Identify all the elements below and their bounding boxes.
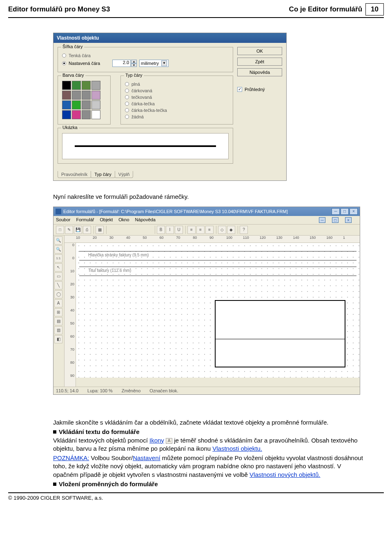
- doc-max-icon[interactable]: □: [332, 217, 339, 223]
- canvas[interactable]: Hlavička stránky faktury (9.5 mm) Titul …: [76, 243, 360, 378]
- tool-align-right-icon[interactable]: ≡: [205, 226, 214, 234]
- radio-dashdot[interactable]: čárka-tečka: [125, 100, 229, 107]
- spin-down-icon[interactable]: ▼: [131, 63, 137, 67]
- swatch-black[interactable]: [62, 81, 71, 90]
- tool-ext1-icon[interactable]: ◇: [218, 226, 226, 234]
- tool-new-icon[interactable]: □: [56, 226, 64, 234]
- header-right: Co je Editor formulářů: [289, 5, 362, 13]
- swatch-darkgreen[interactable]: [72, 81, 81, 90]
- status-zoom: Lupa: 100 %: [87, 388, 113, 393]
- ruler-vertical: 0010 203040 506070 8090: [65, 243, 76, 387]
- pointer-icon[interactable]: ↖: [54, 263, 62, 271]
- radio-set-line[interactable]: Nastavená čára 2.0 ▲ ▼ milimetry ▼: [62, 59, 229, 68]
- swatch-white[interactable]: [91, 110, 100, 119]
- radio-dashdotdot[interactable]: čárka-tečka-tečka: [125, 107, 229, 113]
- var-tool-icon[interactable]: ⊞: [54, 308, 62, 316]
- link-ikony[interactable]: Ikony: [149, 437, 164, 444]
- tool-align-left-icon[interactable]: ≡: [187, 226, 196, 234]
- drawn-rect-small[interactable]: [215, 339, 345, 367]
- tool-ext2-icon[interactable]: ◆: [227, 226, 235, 234]
- help-button[interactable]: Nápověda: [237, 68, 282, 76]
- tool-underline-icon[interactable]: U: [175, 226, 183, 234]
- page-header: Editor formulářů pro Money S3 Co je Edit…: [8, 0, 384, 18]
- link-nastaveni[interactable]: Nastavení: [133, 454, 160, 461]
- ellipse-tool-icon[interactable]: ◯: [54, 290, 62, 298]
- radio-solid[interactable]: plná: [125, 81, 229, 87]
- menu-window[interactable]: Okno: [118, 217, 129, 223]
- spin-up-icon[interactable]: ▲: [131, 60, 137, 63]
- doc-close-icon[interactable]: ×: [345, 217, 352, 223]
- tool-bold-icon[interactable]: B: [157, 226, 165, 234]
- swatch-blue1[interactable]: [62, 100, 71, 109]
- transparent-checkbox[interactable]: ✓ Průhledný: [237, 87, 282, 92]
- maximize-icon[interactable]: □: [341, 208, 349, 215]
- text-tool-icon[interactable]: A: [54, 299, 62, 307]
- group-line-type: Typ čáry: [124, 73, 144, 78]
- tool-open-icon[interactable]: ✎: [65, 226, 73, 234]
- p2: Vkládání textových objektů pomocí Ikony …: [53, 436, 368, 453]
- swatch-blue2[interactable]: [62, 110, 71, 119]
- line-width-input[interactable]: 2.0: [112, 60, 131, 67]
- radio-thin-line[interactable]: Tenká čára: [62, 52, 229, 59]
- misc-tool-icon[interactable]: ◧: [54, 335, 62, 343]
- swatch-grey5[interactable]: [82, 110, 91, 119]
- toolbar: □ ✎ 💾 ⎙ ▦ B I U ≡ ≡ ≡ ◇: [53, 225, 360, 236]
- tool-italic-icon[interactable]: I: [166, 226, 174, 234]
- unit-combo[interactable]: milimetry ▼: [139, 60, 169, 67]
- swatch-olive[interactable]: [82, 81, 91, 90]
- link-vlastnosti-objektu[interactable]: Vlastnosti objektu.: [212, 445, 262, 452]
- color-palette[interactable]: [62, 81, 106, 119]
- tool-print-icon[interactable]: ⎙: [83, 226, 91, 234]
- status-block: Označen blok.: [149, 388, 178, 393]
- radio-dotted[interactable]: tečkovaná: [125, 94, 229, 100]
- menu-file[interactable]: Soubor: [56, 217, 70, 223]
- image-tool-icon[interactable]: ▤: [54, 317, 62, 325]
- tab-line-type[interactable]: Typ čáry: [91, 171, 115, 178]
- menu-object[interactable]: Objekt: [100, 217, 113, 223]
- menu-form[interactable]: Formulář: [76, 217, 94, 223]
- editor-screenshot: Editor formulářů - [Formulář: C:\Program…: [53, 207, 360, 395]
- body-text: Jakmile skončíte s vkládáním čar a obdél…: [53, 418, 368, 488]
- line-tool-icon[interactable]: ╲: [54, 281, 62, 289]
- bullet-icon: [53, 483, 56, 486]
- barcode-tool-icon[interactable]: ▥: [54, 326, 62, 334]
- tab-rectangle[interactable]: Pravoúhelník: [58, 171, 91, 178]
- checkbox-icon: ✓: [237, 87, 242, 92]
- swatch-grey3[interactable]: [82, 91, 91, 100]
- tab-fill[interactable]: Výplň: [115, 171, 134, 178]
- preview-box: [62, 133, 229, 159]
- minimize-icon[interactable]: ─: [332, 208, 340, 215]
- dialog-titlebar: Vlastnosti objektu: [53, 33, 286, 43]
- swatch-magenta[interactable]: [72, 110, 81, 119]
- app-icon: [56, 209, 61, 214]
- ok-button[interactable]: OK: [237, 47, 282, 55]
- radio-none[interactable]: žádná: [125, 113, 229, 120]
- back-button[interactable]: Zpět: [237, 58, 282, 66]
- close-icon[interactable]: ×: [350, 208, 358, 215]
- swatch-grey2[interactable]: [72, 91, 81, 100]
- menu-help[interactable]: Nápověda: [135, 217, 156, 223]
- tool-save-icon[interactable]: 💾: [74, 226, 82, 234]
- doc-min-icon[interactable]: ─: [319, 217, 325, 223]
- swatch-brown[interactable]: [62, 91, 71, 100]
- canvas-title-label: Titul faktury (112.6 mm): [88, 268, 131, 273]
- swatch-grey4[interactable]: [82, 100, 91, 109]
- zoom-11-icon[interactable]: 1:1: [54, 254, 62, 263]
- tool-obj-icon[interactable]: ▦: [96, 226, 104, 234]
- swatch-ltgrey[interactable]: [91, 100, 100, 109]
- heading-insert-text: Vkládání textu do formuláře: [59, 428, 140, 436]
- swatch-lavender[interactable]: [91, 91, 100, 100]
- swatch-grey1[interactable]: [91, 81, 100, 90]
- link-poznamka[interactable]: POZNÁMKA:: [53, 454, 89, 461]
- tool-help-icon[interactable]: ?: [240, 226, 248, 234]
- zoom-out-icon[interactable]: 🔍: [54, 245, 62, 254]
- rect-tool-icon[interactable]: ▭: [54, 272, 62, 280]
- tool-align-center-icon[interactable]: ≡: [196, 226, 205, 234]
- text-a-icon: A: [166, 438, 172, 444]
- statusbar: 110.5; 14.0 Lupa: 100 % Změněno Označen …: [53, 387, 360, 394]
- zoom-in-icon[interactable]: 🔍: [54, 236, 62, 245]
- swatch-green[interactable]: [72, 100, 81, 109]
- link-vlastnosti-novych[interactable]: Vlastnosti nových objektů.: [249, 471, 320, 478]
- header-left: Editor formulářů pro Money S3: [8, 5, 289, 13]
- radio-dashed[interactable]: čárkovaná: [125, 87, 229, 94]
